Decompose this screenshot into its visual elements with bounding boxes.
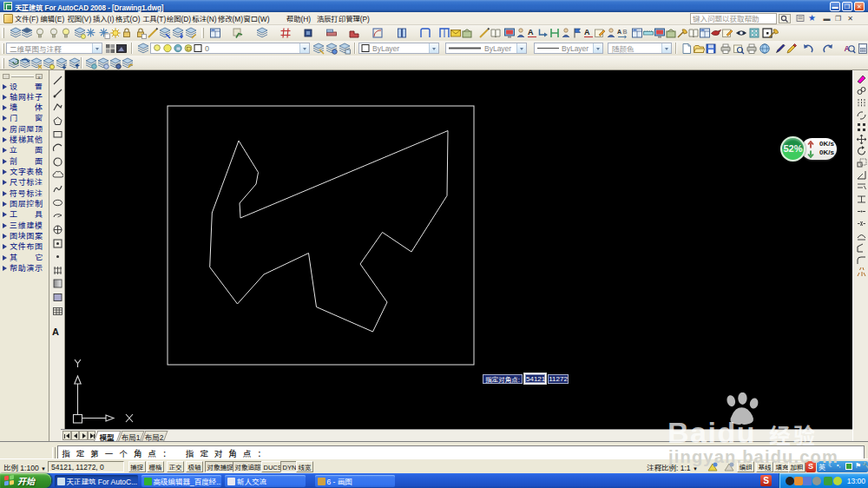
- svg-text:0: 0: [205, 44, 209, 53]
- svg-text:ByLayer: ByLayer: [562, 44, 589, 53]
- svg-text:A: A: [617, 29, 621, 35]
- svg-text:ByLayer: ByLayer: [372, 44, 399, 53]
- svg-text:B: B: [623, 29, 628, 35]
- svg-text:ByLayer: ByLayer: [484, 44, 511, 53]
- svg-text:A: A: [584, 28, 590, 36]
- svg-text:A: A: [528, 28, 534, 36]
- svg-text:A: A: [845, 43, 851, 52]
